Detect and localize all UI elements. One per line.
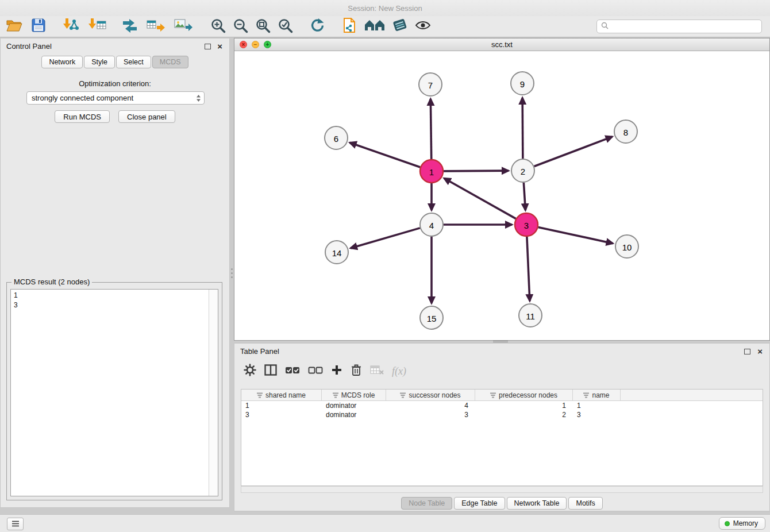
node-2[interactable]: 2 [511,159,534,182]
edge-4-14[interactable] [351,228,420,248]
zoom-in-button[interactable] [210,17,226,36]
cp-tab-style[interactable]: Style [84,56,115,68]
column-header-name[interactable]: name [573,390,621,400]
node-1[interactable]: 1 [420,160,443,183]
export-table-button[interactable] [146,17,165,36]
apply-layout-button[interactable] [309,17,325,36]
zoom-selected-button[interactable] [278,17,293,36]
delete-rows-button[interactable] [351,364,362,379]
network-graph[interactable]: 1234678910111415 [234,51,769,340]
minimize-window-icon[interactable]: − [252,41,259,48]
float-panel-icon[interactable] [205,44,211,49]
show-hide-button[interactable] [415,17,431,36]
close-table-panel-icon[interactable]: × [757,348,763,356]
table-cell[interactable]: dominator [322,410,386,419]
float-table-panel-icon[interactable] [744,349,750,354]
tp-tab-network-table[interactable]: Network Table [507,497,567,510]
table-cell[interactable]: 3 [573,410,621,419]
export-network-button[interactable] [122,17,138,36]
zoom-out-button[interactable] [233,17,248,36]
edge-2-8[interactable] [534,137,613,167]
column-sort-icon[interactable] [257,392,263,398]
edge-1-2[interactable] [444,171,509,171]
import-network-button[interactable] [62,17,79,36]
tp-tab-motifs[interactable]: Motifs [568,497,602,510]
deselect-all-columns-button[interactable] [308,365,323,377]
optimization-dropdown-value: strongly connected component [27,94,196,102]
search-input[interactable] [611,22,761,32]
edge-3-11[interactable] [527,237,530,301]
table-cell[interactable]: 3 [386,410,475,419]
edge-2-3[interactable] [523,183,525,210]
zoom-fit-button[interactable] [255,17,271,36]
table-cell[interactable]: 3 [241,410,322,419]
table-horizontal-scrollbar[interactable] [241,486,763,493]
node-6[interactable]: 6 [325,126,348,149]
memory-button[interactable]: Memory [719,517,765,530]
close-panel-button[interactable]: Close panel [118,110,175,123]
vertical-splitter-grip[interactable] [230,264,233,282]
column-sort-icon[interactable] [400,392,406,398]
node-15[interactable]: 15 [420,306,443,329]
result-scrollbar[interactable] [209,290,218,496]
cp-tab-mcds[interactable]: MCDS [152,56,188,68]
node-14[interactable]: 14 [325,241,348,264]
search-field[interactable] [596,20,762,33]
show-columns-button[interactable] [264,364,277,378]
delete-table-button[interactable] [370,365,384,377]
mcds-result-area[interactable]: 1 3 [10,289,218,496]
node-11[interactable]: 11 [519,304,542,327]
column-sort-icon[interactable] [583,392,589,398]
cp-tab-network[interactable]: Network [41,56,83,68]
table-row[interactable]: 3dominator323 [241,410,763,419]
zoom-window-icon[interactable]: + [264,41,271,48]
open-session-button[interactable] [6,17,23,36]
export-image-button[interactable] [174,17,193,36]
save-session-button[interactable] [31,17,46,36]
table-cell[interactable]: 4 [386,401,475,410]
window-titlebar[interactable]: Session: New Session [0,0,770,16]
import-table-button[interactable] [88,17,107,36]
edge-1-7[interactable] [430,99,431,159]
column-header-shared-name[interactable]: shared name [241,390,322,400]
select-all-columns-button[interactable] [285,365,300,377]
tp-tab-edge-table[interactable]: Edge Table [454,497,505,510]
style-painter-button[interactable] [392,17,408,36]
table-cell[interactable]: dominator [322,401,386,410]
share-network-button[interactable] [341,17,357,36]
edge-3-1[interactable] [444,178,516,218]
column-sort-icon[interactable] [333,392,338,398]
node-7[interactable]: 7 [419,73,442,96]
column-header-successor-nodes[interactable]: successor nodes [386,390,475,400]
cp-tab-select[interactable]: Select [116,56,151,68]
add-row-button[interactable] [331,364,342,378]
home-panels-button[interactable] [364,17,385,36]
close-window-icon[interactable]: × [240,41,247,48]
horizontal-splitter-grip[interactable] [493,340,508,342]
edge-3-10[interactable] [538,227,613,243]
column-sort-icon[interactable] [490,392,496,398]
table-cell[interactable]: 1 [241,401,322,410]
edge-1-6[interactable] [350,142,421,167]
control-panel-tabs: NetworkStyleSelectMCDS [1,56,229,68]
function-builder-button[interactable]: f(x) [392,365,406,377]
run-mcds-button[interactable]: Run MCDS [55,110,110,123]
node-8[interactable]: 8 [614,120,637,143]
tp-tab-node-table[interactable]: Node Table [401,497,452,510]
close-panel-icon[interactable]: × [217,43,222,51]
column-header-MCDS-role[interactable]: MCDS role [322,390,386,400]
node-10[interactable]: 10 [615,235,638,258]
table-settings-button[interactable] [244,364,256,379]
node-9[interactable]: 9 [511,72,534,95]
task-history-button[interactable] [7,518,24,530]
table-cell[interactable]: 1 [573,401,621,410]
table-cell[interactable]: 1 [475,401,573,410]
node-3[interactable]: 3 [515,213,538,236]
edge-2-9[interactable] [522,98,523,159]
column-header-predecessor-nodes[interactable]: predecessor nodes [475,390,573,400]
optimization-dropdown[interactable]: strongly connected component [26,91,205,105]
table-row[interactable]: 1dominator411 [241,401,763,410]
node-4[interactable]: 4 [420,213,443,236]
table-cell[interactable]: 2 [475,410,573,419]
network-window-titlebar[interactable]: × − + scc.txt [234,38,769,51]
